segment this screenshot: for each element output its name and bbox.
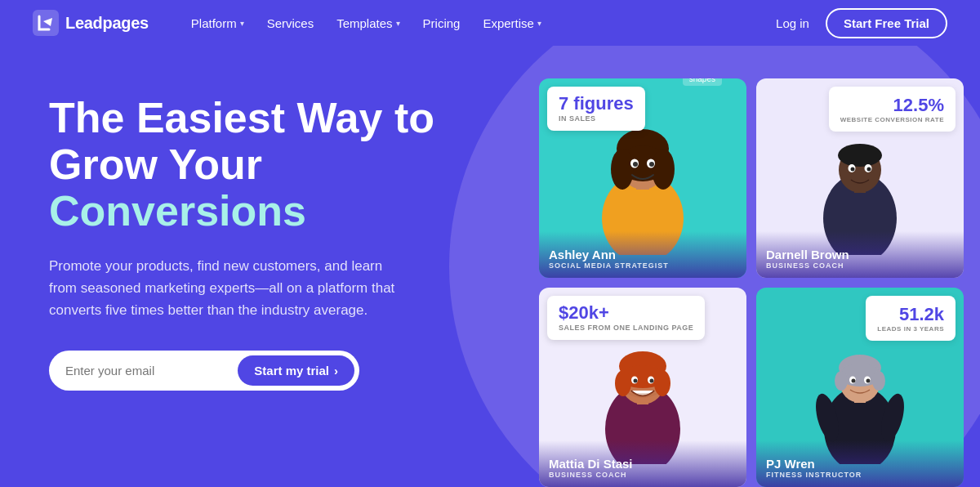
nav-links: Platform ▾ Services Templates ▾ Pricing …: [181, 11, 776, 35]
navbar: Leadpages Platform ▾ Services Templates …: [0, 0, 980, 46]
nav-item-templates[interactable]: Templates ▾: [327, 11, 409, 35]
hero-section: The Easiest Way to Grow Your Conversions…: [0, 46, 980, 487]
card-ashley-stat: 7 figures IN SALES: [547, 87, 645, 131]
svg-point-7: [652, 149, 675, 190]
hero-right: 7 figures IN SALES shapes Ashley Ann SOC…: [539, 46, 980, 487]
card-darnell: 12.5% WEBSITE CONVERSION RATE Darnell Br…: [756, 78, 964, 278]
leadpages-logo-icon: [33, 10, 59, 36]
card-mattia-stat: $20k+ SALES FROM ONE LANDING PAGE: [547, 296, 705, 340]
svg-point-19: [867, 168, 871, 172]
shapes-badge: shapes: [683, 78, 722, 86]
start-trial-button[interactable]: Start my trial ›: [238, 355, 354, 386]
email-input[interactable]: [65, 364, 231, 378]
login-link[interactable]: Log in: [776, 16, 809, 30]
logo[interactable]: Leadpages: [33, 10, 149, 36]
card-ashley: 7 figures IN SALES shapes Ashley Ann SOC…: [539, 78, 746, 278]
hero-subtext: Promote your products, find new customer…: [49, 255, 408, 322]
svg-point-30: [650, 379, 654, 383]
ashley-name-overlay: Ashley Ann SOCIAL MEDIA STRATEGIST: [539, 231, 746, 278]
svg-point-29: [634, 379, 638, 383]
card-pj: 51.2k LEADS IN 3 YEARS PJ Wren FITNESS I…: [756, 288, 964, 487]
svg-point-43: [866, 379, 871, 383]
cards-grid: 7 figures IN SALES shapes Ashley Ann SOC…: [539, 62, 980, 487]
svg-point-39: [872, 371, 885, 391]
mattia-name-overlay: Mattia Di Stasi BUSINESS COACH: [539, 440, 746, 487]
nav-item-expertise[interactable]: Expertise ▾: [473, 11, 551, 35]
chevron-down-icon: ▾: [240, 19, 244, 28]
svg-point-25: [615, 370, 631, 396]
chevron-down-icon: ▾: [396, 19, 400, 28]
nav-item-services[interactable]: Services: [257, 11, 324, 35]
email-form: Start my trial ›: [49, 351, 359, 391]
hero-heading: The Easiest Way to Grow Your Conversions: [49, 95, 474, 235]
chevron-down-icon: ▾: [537, 19, 541, 28]
logo-text: Leadpages: [65, 14, 149, 33]
nav-right: Log in Start Free Trial: [776, 8, 947, 38]
svg-point-38: [835, 371, 848, 391]
card-darnell-stat: 12.5% WEBSITE CONVERSION RATE: [829, 87, 956, 132]
svg-point-42: [852, 379, 856, 383]
pj-name-overlay: PJ Wren FITNESS INSTRUCTOR: [756, 440, 964, 487]
card-pj-stat: 51.2k LEADS IN 3 YEARS: [866, 296, 956, 341]
svg-point-18: [851, 168, 855, 172]
svg-point-26: [654, 370, 670, 396]
card-mattia: $20k+ SALES FROM ONE LANDING PAGE Mattia…: [539, 288, 746, 487]
svg-point-15: [838, 144, 882, 167]
nav-item-pricing[interactable]: Pricing: [413, 11, 470, 35]
svg-point-11: [649, 162, 654, 167]
svg-point-10: [633, 162, 638, 167]
darnell-name-overlay: Darnell Brown BUSINESS COACH: [756, 231, 964, 278]
nav-item-platform[interactable]: Platform ▾: [181, 11, 254, 35]
svg-point-6: [611, 149, 634, 190]
start-free-trial-button[interactable]: Start Free Trial: [826, 8, 947, 38]
hero-left: The Easiest Way to Grow Your Conversions…: [0, 46, 539, 487]
